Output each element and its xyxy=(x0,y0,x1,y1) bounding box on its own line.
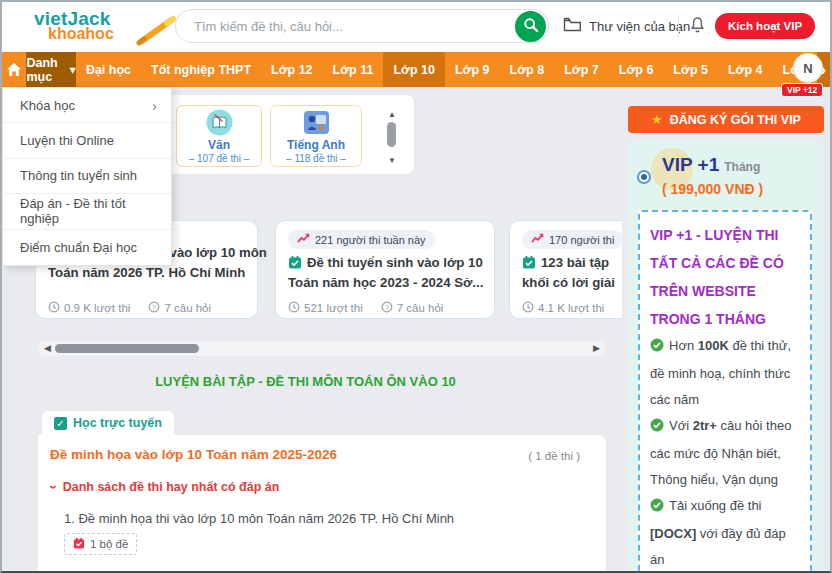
user-avatar[interactable]: N xyxy=(793,53,823,83)
search-input[interactable] xyxy=(194,11,504,41)
subject-card-van[interactable]: Văn – 107 đề thi – xyxy=(176,105,262,167)
badge-label: 1 bộ đề xyxy=(90,538,128,550)
scroll-right-icon[interactable]: ▶ xyxy=(593,343,600,353)
badge-label: 221 người thi tuần này xyxy=(315,234,426,246)
nav-item-lop-4[interactable]: Lớp 4 xyxy=(718,52,773,87)
dropdown-item-label: Đáp án - Đề thi tốt nghiệp xyxy=(20,196,157,226)
exam-title-line1: 123 bài tập xyxy=(541,255,609,270)
header-divider xyxy=(678,16,679,37)
exam-count: ( 1 đề thi ) xyxy=(528,450,580,462)
category-dropdown: Khóa học › Luyện thi Online Thông tin tu… xyxy=(2,87,172,266)
star-icon: ★ xyxy=(651,112,663,127)
library-link[interactable]: Thư viện của bạn xyxy=(563,17,690,35)
plan-radio-selected[interactable] xyxy=(637,170,651,184)
questions-stat: ? 7 câu hỏi xyxy=(148,301,211,315)
nav-item-lop-7[interactable]: Lớp 7 xyxy=(554,52,609,87)
search-bar xyxy=(175,9,549,43)
nav-item-lop-12[interactable]: Lớp 12 xyxy=(261,52,323,87)
nav-menu-label: Danh mục xyxy=(26,56,64,84)
exam-card-2[interactable]: 221 người thi tuần này Đề thi tuyển sinh… xyxy=(275,220,495,319)
nav-item-lop-8[interactable]: Lớp 8 xyxy=(500,52,555,87)
nav-item-tot-nghiep-thpt[interactable]: Tốt nghiệp THPT xyxy=(141,52,261,87)
dropdown-item-dap-an-de-thi[interactable]: Đáp án - Đề thi tốt nghiệp xyxy=(3,194,171,229)
plan-price: ( 199,000 VNĐ ) xyxy=(662,181,763,197)
exam-title-line2: khối có lời giải xyxy=(522,275,615,290)
panel-heading: Đề minh họa vào lớp 10 Toán năm 2025-202… xyxy=(50,447,337,462)
subject-card-tieng-anh[interactable]: Tiếng Anh – 118 đề thi – xyxy=(270,105,362,167)
vip-feature-item: Tải xuống đề thi [DOCX] với đầy đủ đáp á… xyxy=(650,493,800,573)
question-icon: ? xyxy=(148,301,160,315)
dropdown-item-label: Điểm chuẩn Đại học xyxy=(20,240,137,255)
folder-icon xyxy=(563,17,582,35)
exam-card-3[interactable]: 170 người thi 123 bài tập khối có lời gi… xyxy=(509,220,622,319)
weekly-takers-badge: 170 người thi xyxy=(522,230,622,249)
clock-icon xyxy=(288,301,300,315)
scroll-down-icon[interactable]: ▼ xyxy=(385,156,399,165)
submenu-arrow-icon: › xyxy=(152,97,157,114)
exam-title: Đề thi tuyển sinh vào lớp 10 Toán năm họ… xyxy=(288,254,483,291)
vip-plan-panel: VIP +1Tháng ( 199,000 VNĐ ) VIP +1 - LUY… xyxy=(628,141,824,573)
nav-item-dai-hoc[interactable]: Đại học xyxy=(76,52,141,87)
library-label: Thư viện của bạn xyxy=(589,19,690,34)
tieng-anh-subject-icon xyxy=(271,109,361,140)
vietjack-page: vietJack khoahoc xyxy=(0,0,832,573)
scroll-left-icon[interactable]: ◀ xyxy=(44,343,51,353)
scrollbar-thumb[interactable] xyxy=(55,344,199,353)
register-vip-button[interactable]: ★ ĐĂNG KÝ GÓI THI VIP xyxy=(628,106,824,133)
vip-level-badge: VIP +12 xyxy=(781,83,823,97)
attempts-stat: 4.1 K lượt thi xyxy=(522,301,604,315)
nav-menu-button[interactable]: Danh mục ▾ xyxy=(26,52,75,87)
plan-name: VIP +1Tháng xyxy=(662,154,760,176)
best-exams-toggle[interactable]: › Danh sách đề thi hay nhất có đáp án xyxy=(52,479,279,495)
question-icon: ? xyxy=(381,301,393,315)
scroll-up-icon[interactable]: ▲ xyxy=(385,110,399,119)
main-nav: Danh mục ▾ Đại học Tốt nghiệp THPT Lớp 1… xyxy=(2,52,830,87)
attempts-stat: 0.9 K lượt thi xyxy=(48,301,130,315)
dropdown-item-diem-chuan[interactable]: Điểm chuẩn Đại học xyxy=(3,230,171,265)
pencil-icon xyxy=(136,14,178,50)
weekly-takers-badge: 221 người thi tuần này xyxy=(288,230,435,249)
dropdown-item-khoa-hoc[interactable]: Khóa học › xyxy=(3,88,171,123)
subject-name: Tiếng Anh xyxy=(271,138,361,152)
exam-title-line2: Toán năm học 2023 - 2024 Sở... xyxy=(288,275,483,290)
tab-label: Học trực tuyến xyxy=(73,416,162,430)
svg-text:?: ? xyxy=(385,304,389,311)
list-title-label: Danh sách đề thi hay nhất có đáp án xyxy=(63,480,280,494)
nav-item-lop-9[interactable]: Lớp 9 xyxy=(445,52,500,87)
logo[interactable]: vietJack khoahoc xyxy=(34,8,164,48)
cta-label: ĐĂNG KÝ GÓI THI VIP xyxy=(670,113,801,127)
search-icon xyxy=(523,17,539,37)
trend-chart-icon xyxy=(531,233,544,246)
dropdown-item-thong-tin-tuyen-sinh[interactable]: Thông tin tuyển sinh xyxy=(3,159,171,194)
exam-list-item[interactable]: 1. Đề minh họa thi vào lớp 10 môn Toán n… xyxy=(64,511,454,526)
plan-unit: Tháng xyxy=(724,160,760,174)
exam-title: 123 bài tập khối có lời giải xyxy=(522,254,615,291)
home-icon[interactable] xyxy=(2,52,26,87)
exam-stats: 521 lượt thi ? 7 câu hỏi xyxy=(288,301,443,315)
nav-items: Đại học Tốt nghiệp THPT Lớp 12 Lớp 11 Lớ… xyxy=(76,52,817,87)
exam-set-badge: 1 bộ đề xyxy=(64,533,137,555)
nav-item-lop-5[interactable]: Lớp 5 xyxy=(663,52,718,87)
vip-features: Hơn 100K đề thi thử, đề minh hoạ, chính … xyxy=(650,333,800,573)
tab-hoc-truc-tuyen[interactable]: ✓ Học trực tuyến xyxy=(42,411,174,435)
nav-item-lop-10[interactable]: Lớp 10 xyxy=(383,52,445,87)
exam-stats: 0.9 K lượt thi ? 7 câu hỏi xyxy=(48,301,211,315)
check-circle-icon xyxy=(650,335,664,361)
checkbox-checked-icon: ✓ xyxy=(54,417,67,430)
svg-text:?: ? xyxy=(152,304,156,311)
vip-benefits-box: VIP +1 - LUYỆN THI TẤT CẢ CÁC ĐỀ CÓ TRÊN… xyxy=(638,210,812,573)
activate-vip-button[interactable]: Kích hoạt VIP xyxy=(715,13,815,39)
check-circle-icon xyxy=(650,495,664,521)
attempts-label: 521 lượt thi xyxy=(304,302,363,314)
scrollbar-thumb[interactable] xyxy=(387,122,396,147)
vip-feature-item: Với 2tr+ câu hỏi theo các mức độ Nhận bi… xyxy=(650,413,800,493)
questions-stat: ? 7 câu hỏi xyxy=(381,301,444,315)
nav-item-lop-6[interactable]: Lớp 6 xyxy=(609,52,664,87)
search-button[interactable] xyxy=(515,11,546,42)
nav-item-lop-11[interactable]: Lớp 11 xyxy=(323,52,384,87)
exam-list-panel: Đề minh họa vào lớp 10 Toán năm 2025-202… xyxy=(38,435,606,573)
exam-stats: 4.1 K lượt thi xyxy=(522,301,604,315)
dropdown-item-luyen-thi-online[interactable]: Luyện thi Online xyxy=(3,123,171,158)
attempts-stat: 521 lượt thi xyxy=(288,301,363,315)
notification-bell-icon[interactable] xyxy=(689,16,706,39)
